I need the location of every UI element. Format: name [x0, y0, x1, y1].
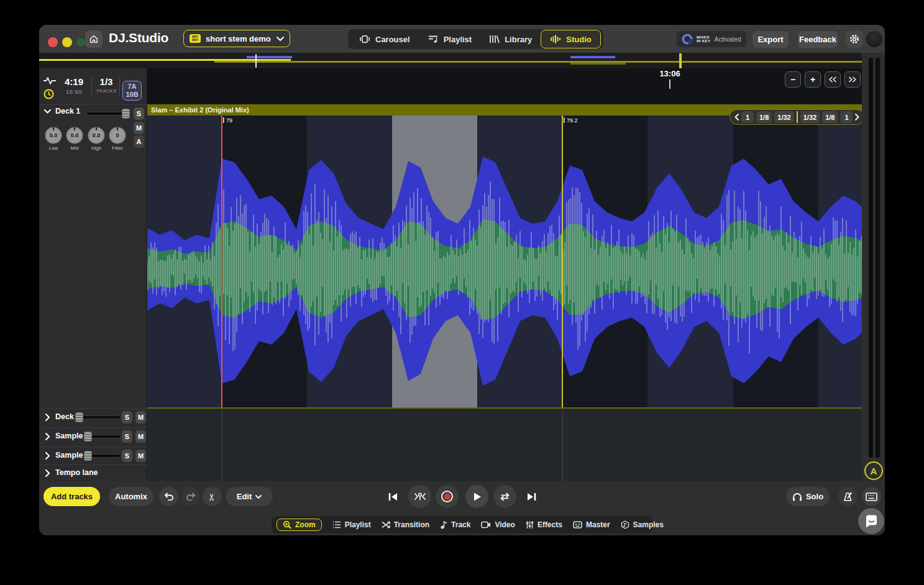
beatgrid-option[interactable]: 1/32 — [774, 111, 794, 123]
sample2-mute-button[interactable]: M — [135, 450, 146, 462]
bottom-tab-bar: Zoom Playlist Transition Track Video Eff… — [272, 516, 652, 533]
redo-icon — [186, 492, 196, 501]
tab-effects[interactable]: Effects — [526, 520, 562, 529]
home-button[interactable] — [85, 30, 103, 48]
sample2-volume-handle[interactable] — [84, 451, 92, 461]
deck2-mute-button[interactable]: M — [135, 411, 146, 424]
beatgrid-option[interactable]: 1/8 — [822, 111, 838, 123]
zoom-out-button[interactable]: − — [785, 71, 801, 88]
grid-line — [562, 409, 563, 481]
deck1-solo-button[interactable]: S — [134, 107, 144, 120]
grid-line — [222, 409, 222, 481]
minimap-playhead — [255, 54, 257, 68]
video-icon — [481, 521, 491, 528]
master-fader-right[interactable] — [876, 58, 880, 458]
track-counter: 1/3 — [93, 76, 120, 87]
master-fader-left[interactable] — [869, 58, 873, 458]
loop-button[interactable] — [493, 485, 516, 508]
automix-badge[interactable]: A — [864, 461, 883, 480]
sample1-mute-button[interactable]: M — [135, 430, 146, 443]
minimize-window-button[interactable] — [62, 37, 72, 47]
split-button[interactable]: ✂ — [203, 487, 222, 506]
edit-menu-button[interactable]: Edit — [226, 487, 273, 506]
top-bar: DJ.Studio MP3WAV short stem demo Carouse… — [39, 25, 885, 53]
solo-button[interactable]: Solo — [786, 487, 830, 506]
bottom-bar: Add tracks Automix ✂ Edit Solo Zoom Play… — [39, 481, 885, 535]
keyboard-icon — [866, 492, 877, 501]
chevron-left-icon[interactable] — [734, 114, 739, 120]
chevron-right-icon[interactable] — [855, 114, 859, 120]
beatgrid-divider — [797, 111, 798, 123]
mixedinkey-status[interactable]: MIXEDIN KEY Activated — [677, 31, 746, 47]
feedback-button[interactable]: Feedback — [798, 31, 838, 48]
chevron-right-icon[interactable] — [45, 414, 50, 421]
close-window-button[interactable] — [48, 37, 58, 47]
tab-track[interactable]: Track — [440, 520, 470, 529]
metronome-button[interactable] — [838, 487, 858, 506]
add-tracks-button[interactable]: Add tracks — [43, 487, 100, 506]
avatar[interactable] — [866, 31, 882, 47]
chevron-down-icon — [277, 37, 284, 41]
deck2-solo-button[interactable]: S — [122, 411, 132, 424]
zoom-window-button[interactable] — [77, 39, 85, 46]
settings-button[interactable] — [846, 30, 863, 48]
deck1-auto-button[interactable]: A — [134, 135, 144, 148]
beatgrid-option[interactable]: 1 — [741, 111, 754, 123]
undo-button[interactable] — [159, 487, 178, 506]
waveform[interactable]: 7979.2 — [147, 116, 862, 407]
knob-filter[interactable]: 0 Filter — [109, 127, 126, 151]
deck1-volume-handle[interactable] — [122, 109, 130, 119]
skip-to-end-button[interactable] — [526, 492, 537, 502]
chevron-right-icon[interactable] — [45, 469, 50, 477]
export-button[interactable]: Export — [752, 31, 789, 48]
beatgrid-option[interactable]: 1/32 — [800, 111, 820, 123]
minimap-region-2 — [570, 56, 615, 58]
tab-carousel[interactable]: Carousel — [350, 30, 419, 48]
svg-text:79.2: 79.2 — [567, 117, 578, 124]
sample2-solo-button[interactable]: S — [122, 450, 132, 462]
deck2-volume-handle[interactable] — [75, 412, 83, 422]
fast-forward-button[interactable] — [844, 71, 861, 88]
tab-video[interactable]: Video — [481, 520, 515, 529]
project-name: short stem demo — [206, 34, 271, 43]
skip-to-start-button[interactable] — [388, 492, 398, 502]
tab-transition[interactable]: Transition — [382, 520, 429, 529]
clock-icon[interactable] — [43, 89, 54, 99]
waveform-lane[interactable]: 7979.2 — [147, 116, 862, 409]
rewind-button[interactable] — [825, 71, 841, 88]
tab-playlist-bottom[interactable]: Playlist — [332, 520, 371, 529]
studio-icon — [550, 35, 561, 43]
key-display[interactable]: 7A10B — [122, 81, 142, 101]
support-chat-button[interactable] — [858, 508, 884, 534]
locate-playhead-button[interactable] — [408, 485, 431, 508]
zoom-in-button[interactable]: + — [805, 71, 821, 88]
tab-playlist[interactable]: Playlist — [419, 30, 481, 48]
tab-samples[interactable]: Samples — [621, 520, 664, 529]
sample1-solo-button[interactable]: S — [122, 430, 132, 443]
minus-icon: − — [790, 75, 795, 84]
play-icon — [473, 492, 482, 502]
sample1-volume-handle[interactable] — [84, 432, 92, 442]
session-total-time: 16:50 — [58, 88, 90, 95]
shortcuts-button[interactable] — [862, 487, 881, 506]
chevron-right-icon[interactable] — [45, 433, 50, 440]
chevron-down-icon[interactable] — [44, 109, 51, 114]
beatgrid-option[interactable]: 1/8 — [756, 111, 772, 123]
minimap-strip[interactable] — [39, 53, 885, 68]
automix-button[interactable]: Automix — [109, 487, 153, 506]
knob-low[interactable]: 0.0 Low — [45, 127, 62, 151]
record-button[interactable] — [436, 485, 459, 508]
chevron-right-icon[interactable] — [45, 452, 50, 460]
beatgrid-option[interactable]: 1 — [840, 111, 853, 123]
knob-mid[interactable]: 0.0 Mid — [66, 127, 83, 151]
tab-library[interactable]: Library — [480, 30, 541, 48]
project-select[interactable]: MP3WAV short stem demo — [183, 30, 290, 47]
redo-button[interactable] — [181, 487, 200, 506]
knob-high[interactable]: 0.0 High — [88, 127, 105, 151]
deck1-mute-button[interactable]: M — [134, 122, 144, 134]
play-button[interactable] — [465, 485, 488, 508]
tab-studio[interactable]: Studio — [541, 30, 600, 48]
activity-icon — [43, 76, 57, 86]
tab-master[interactable]: Master — [573, 520, 610, 529]
tab-zoom[interactable]: Zoom — [277, 519, 322, 531]
